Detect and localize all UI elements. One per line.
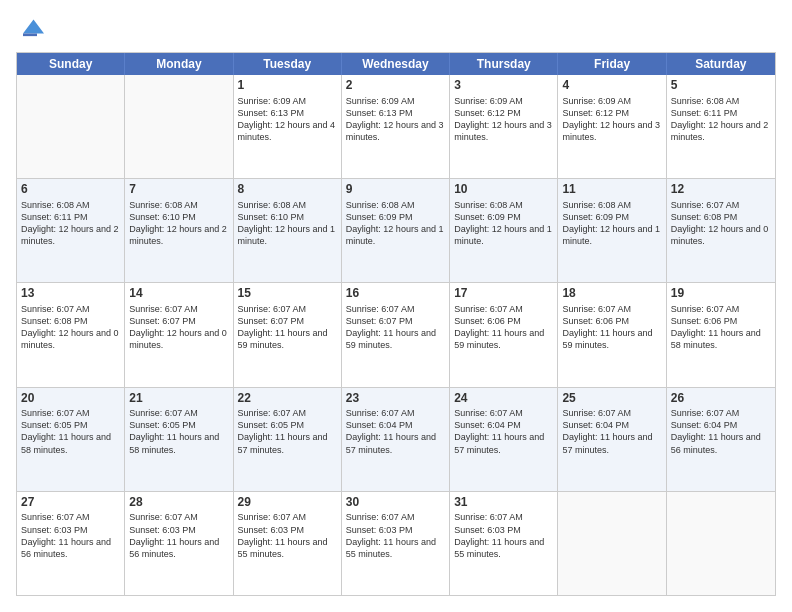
calendar-cell-2-2: 15Sunrise: 6:07 AM Sunset: 6:07 PM Dayli… [234,283,342,386]
calendar-cell-3-3: 23Sunrise: 6:07 AM Sunset: 6:04 PM Dayli… [342,388,450,491]
day-number: 11 [562,182,661,198]
calendar-cell-0-4: 3Sunrise: 6:09 AM Sunset: 6:12 PM Daylig… [450,75,558,178]
cell-info: Sunrise: 6:07 AM Sunset: 6:07 PM Dayligh… [129,303,228,352]
day-number: 17 [454,286,553,302]
day-number: 31 [454,495,553,511]
calendar-cell-3-2: 22Sunrise: 6:07 AM Sunset: 6:05 PM Dayli… [234,388,342,491]
cell-info: Sunrise: 6:09 AM Sunset: 6:12 PM Dayligh… [562,95,661,144]
calendar-cell-1-4: 10Sunrise: 6:08 AM Sunset: 6:09 PM Dayli… [450,179,558,282]
weekday-header-sunday: Sunday [17,53,125,75]
calendar-cell-1-5: 11Sunrise: 6:08 AM Sunset: 6:09 PM Dayli… [558,179,666,282]
day-number: 1 [238,78,337,94]
calendar-header: SundayMondayTuesdayWednesdayThursdayFrid… [17,53,775,75]
calendar-cell-1-1: 7Sunrise: 6:08 AM Sunset: 6:10 PM Daylig… [125,179,233,282]
day-number: 2 [346,78,445,94]
calendar-cell-0-5: 4Sunrise: 6:09 AM Sunset: 6:12 PM Daylig… [558,75,666,178]
calendar-cell-3-1: 21Sunrise: 6:07 AM Sunset: 6:05 PM Dayli… [125,388,233,491]
calendar-row-0: 1Sunrise: 6:09 AM Sunset: 6:13 PM Daylig… [17,75,775,178]
day-number: 14 [129,286,228,302]
calendar-cell-2-4: 17Sunrise: 6:07 AM Sunset: 6:06 PM Dayli… [450,283,558,386]
cell-info: Sunrise: 6:07 AM Sunset: 6:08 PM Dayligh… [21,303,120,352]
calendar-cell-3-4: 24Sunrise: 6:07 AM Sunset: 6:04 PM Dayli… [450,388,558,491]
svg-marker-0 [23,20,44,34]
logo [16,16,48,44]
cell-info: Sunrise: 6:07 AM Sunset: 6:07 PM Dayligh… [346,303,445,352]
calendar-cell-1-3: 9Sunrise: 6:08 AM Sunset: 6:09 PM Daylig… [342,179,450,282]
cell-info: Sunrise: 6:08 AM Sunset: 6:09 PM Dayligh… [454,199,553,248]
calendar-cell-2-0: 13Sunrise: 6:07 AM Sunset: 6:08 PM Dayli… [17,283,125,386]
cell-info: Sunrise: 6:08 AM Sunset: 6:09 PM Dayligh… [562,199,661,248]
cell-info: Sunrise: 6:07 AM Sunset: 6:07 PM Dayligh… [238,303,337,352]
calendar-cell-2-1: 14Sunrise: 6:07 AM Sunset: 6:07 PM Dayli… [125,283,233,386]
weekday-header-monday: Monday [125,53,233,75]
day-number: 19 [671,286,771,302]
day-number: 3 [454,78,553,94]
day-number: 5 [671,78,771,94]
cell-info: Sunrise: 6:07 AM Sunset: 6:03 PM Dayligh… [238,511,337,560]
weekday-header-friday: Friday [558,53,666,75]
cell-info: Sunrise: 6:08 AM Sunset: 6:10 PM Dayligh… [129,199,228,248]
cell-info: Sunrise: 6:09 AM Sunset: 6:13 PM Dayligh… [346,95,445,144]
svg-rect-1 [23,34,37,37]
day-number: 16 [346,286,445,302]
day-number: 26 [671,391,771,407]
calendar-cell-1-0: 6Sunrise: 6:08 AM Sunset: 6:11 PM Daylig… [17,179,125,282]
cell-info: Sunrise: 6:07 AM Sunset: 6:06 PM Dayligh… [562,303,661,352]
calendar-cell-2-3: 16Sunrise: 6:07 AM Sunset: 6:07 PM Dayli… [342,283,450,386]
calendar-cell-0-2: 1Sunrise: 6:09 AM Sunset: 6:13 PM Daylig… [234,75,342,178]
day-number: 12 [671,182,771,198]
cell-info: Sunrise: 6:09 AM Sunset: 6:12 PM Dayligh… [454,95,553,144]
weekday-header-thursday: Thursday [450,53,558,75]
page: SundayMondayTuesdayWednesdayThursdayFrid… [0,0,792,612]
calendar: SundayMondayTuesdayWednesdayThursdayFrid… [16,52,776,596]
cell-info: Sunrise: 6:07 AM Sunset: 6:06 PM Dayligh… [454,303,553,352]
cell-info: Sunrise: 6:07 AM Sunset: 6:04 PM Dayligh… [562,407,661,456]
header [16,16,776,44]
weekday-header-wednesday: Wednesday [342,53,450,75]
cell-info: Sunrise: 6:08 AM Sunset: 6:09 PM Dayligh… [346,199,445,248]
cell-info: Sunrise: 6:07 AM Sunset: 6:05 PM Dayligh… [21,407,120,456]
day-number: 28 [129,495,228,511]
calendar-cell-4-1: 28Sunrise: 6:07 AM Sunset: 6:03 PM Dayli… [125,492,233,595]
calendar-cell-4-5 [558,492,666,595]
cell-info: Sunrise: 6:07 AM Sunset: 6:04 PM Dayligh… [346,407,445,456]
cell-info: Sunrise: 6:07 AM Sunset: 6:08 PM Dayligh… [671,199,771,248]
day-number: 9 [346,182,445,198]
cell-info: Sunrise: 6:07 AM Sunset: 6:04 PM Dayligh… [671,407,771,456]
cell-info: Sunrise: 6:07 AM Sunset: 6:03 PM Dayligh… [454,511,553,560]
calendar-cell-0-3: 2Sunrise: 6:09 AM Sunset: 6:13 PM Daylig… [342,75,450,178]
day-number: 29 [238,495,337,511]
day-number: 20 [21,391,120,407]
day-number: 30 [346,495,445,511]
calendar-cell-1-6: 12Sunrise: 6:07 AM Sunset: 6:08 PM Dayli… [667,179,775,282]
day-number: 25 [562,391,661,407]
cell-info: Sunrise: 6:07 AM Sunset: 6:03 PM Dayligh… [21,511,120,560]
cell-info: Sunrise: 6:08 AM Sunset: 6:11 PM Dayligh… [671,95,771,144]
weekday-header-tuesday: Tuesday [234,53,342,75]
day-number: 8 [238,182,337,198]
cell-info: Sunrise: 6:08 AM Sunset: 6:10 PM Dayligh… [238,199,337,248]
day-number: 10 [454,182,553,198]
calendar-cell-4-0: 27Sunrise: 6:07 AM Sunset: 6:03 PM Dayli… [17,492,125,595]
calendar-cell-1-2: 8Sunrise: 6:08 AM Sunset: 6:10 PM Daylig… [234,179,342,282]
cell-info: Sunrise: 6:07 AM Sunset: 6:05 PM Dayligh… [238,407,337,456]
calendar-row-3: 20Sunrise: 6:07 AM Sunset: 6:05 PM Dayli… [17,387,775,491]
day-number: 7 [129,182,228,198]
logo-icon [16,16,44,44]
day-number: 27 [21,495,120,511]
calendar-row-1: 6Sunrise: 6:08 AM Sunset: 6:11 PM Daylig… [17,178,775,282]
day-number: 15 [238,286,337,302]
calendar-body: 1Sunrise: 6:09 AM Sunset: 6:13 PM Daylig… [17,75,775,595]
day-number: 18 [562,286,661,302]
calendar-cell-4-4: 31Sunrise: 6:07 AM Sunset: 6:03 PM Dayli… [450,492,558,595]
cell-info: Sunrise: 6:07 AM Sunset: 6:04 PM Dayligh… [454,407,553,456]
calendar-cell-0-1 [125,75,233,178]
day-number: 24 [454,391,553,407]
calendar-cell-0-6: 5Sunrise: 6:08 AM Sunset: 6:11 PM Daylig… [667,75,775,178]
calendar-cell-4-3: 30Sunrise: 6:07 AM Sunset: 6:03 PM Dayli… [342,492,450,595]
calendar-cell-3-5: 25Sunrise: 6:07 AM Sunset: 6:04 PM Dayli… [558,388,666,491]
day-number: 13 [21,286,120,302]
cell-info: Sunrise: 6:07 AM Sunset: 6:03 PM Dayligh… [129,511,228,560]
cell-info: Sunrise: 6:07 AM Sunset: 6:05 PM Dayligh… [129,407,228,456]
calendar-cell-4-6 [667,492,775,595]
